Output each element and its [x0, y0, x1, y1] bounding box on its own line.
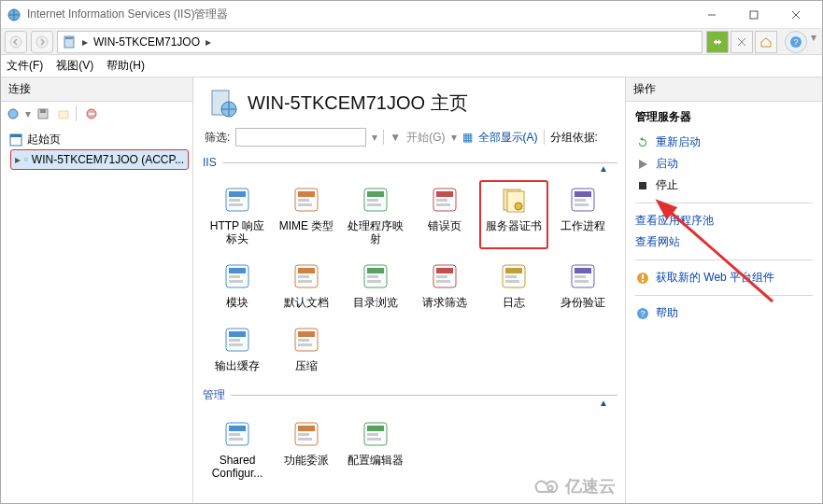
svg-rect-86 [298, 433, 309, 436]
feature-label: 日志 [481, 296, 546, 309]
close-button[interactable] [774, 2, 816, 28]
feature-label: 身份验证 [550, 296, 616, 309]
svg-rect-8 [65, 37, 73, 39]
show-all-button[interactable]: 全部显示(A) [478, 130, 538, 146]
server-icon [62, 35, 77, 49]
feature-item[interactable]: 工作进程 [548, 180, 617, 249]
svg-rect-66 [505, 275, 517, 278]
feature-item[interactable]: 服务器证书 [479, 180, 548, 249]
svg-rect-70 [575, 275, 586, 278]
feature-item[interactable]: 目录浏览 [341, 257, 410, 313]
svg-rect-89 [367, 426, 384, 431]
minimize-button[interactable] [690, 2, 732, 28]
filter-input[interactable] [235, 128, 366, 147]
collapse-icon[interactable]: ▲ [599, 398, 608, 408]
svg-rect-50 [229, 275, 240, 278]
page-title: WIN-5TKCEM71JOO 主页 [248, 91, 468, 116]
feature-icon [429, 260, 461, 292]
feature-item[interactable]: 模块 [203, 257, 272, 313]
action-start-label: 启动 [656, 156, 678, 172]
svg-rect-71 [575, 280, 589, 283]
nav-forward-button[interactable] [31, 31, 53, 53]
svg-rect-94 [639, 182, 646, 189]
feature-item[interactable]: 身份验证 [548, 257, 617, 313]
feature-label: 处理程序映射 [343, 219, 408, 245]
home-button[interactable] [755, 31, 777, 53]
feature-item[interactable]: Shared Configur... [203, 414, 272, 483]
menu-help[interactable]: 帮助(H) [106, 58, 145, 74]
refresh-button[interactable] [706, 31, 729, 53]
action-restart[interactable]: 重新启动 [635, 134, 813, 150]
action-get-webpi[interactable]: 获取新的 Web 平台组件 [635, 270, 813, 286]
svg-rect-34 [367, 191, 384, 197]
feature-label: 请求筛选 [412, 296, 477, 309]
maximize-button[interactable] [732, 2, 774, 28]
svg-rect-90 [367, 433, 378, 436]
action-start[interactable]: 启动 [635, 156, 813, 172]
actions-title: 操作 [626, 77, 822, 102]
action-get-webpi-label: 获取新的 Web 平台组件 [656, 270, 774, 286]
feature-icon [360, 260, 391, 292]
svg-point-43 [515, 203, 522, 210]
svg-point-6 [36, 36, 48, 48]
up-level-icon[interactable] [55, 105, 72, 122]
show-all-icon: ▦ [462, 131, 473, 144]
feature-label: 服务器证书 [481, 219, 546, 232]
features-view: WIN-5TKCEM71JOO 主页 筛选: ▾ ▼ 开始(G) ▾ ▦ 全部显… [193, 77, 626, 503]
tree-start-page[interactable]: 起始页 [5, 130, 189, 149]
feature-icon [498, 260, 530, 292]
feature-label: MIME 类型 [274, 219, 339, 232]
tree-server-label: WIN-5TKCEM71JOO (ACCP... [32, 153, 184, 166]
feature-item[interactable]: 请求筛选 [410, 257, 479, 313]
nav-back-button[interactable] [5, 31, 27, 53]
feature-item[interactable]: 错误页 [410, 180, 479, 249]
help-button[interactable]: ? [785, 31, 807, 53]
breadcrumb[interactable]: ▸ WIN-5TKCEM71JOO ▸ [57, 31, 702, 53]
svg-rect-67 [505, 280, 519, 283]
save-icon[interactable] [35, 105, 51, 122]
go-button[interactable]: 开始(G) [406, 130, 445, 146]
action-stop[interactable]: 停止 [635, 177, 813, 193]
svg-rect-65 [505, 268, 522, 273]
feature-icon [221, 418, 253, 450]
feature-label: 模块 [205, 296, 270, 309]
tree-server-node[interactable]: ▸ WIN-5TKCEM71JOO (ACCP... [10, 149, 189, 170]
svg-rect-49 [229, 268, 246, 273]
play-icon [635, 157, 650, 172]
connect-icon[interactable] [5, 105, 21, 122]
menu-view[interactable]: 视图(V) [56, 58, 93, 74]
feature-item[interactable]: 配置编辑器 [341, 414, 410, 483]
delete-icon[interactable] [83, 105, 100, 122]
menu-file[interactable]: 文件(F) [7, 58, 43, 74]
feature-icon [567, 260, 599, 292]
feature-item[interactable]: 日志 [479, 257, 548, 313]
feature-icon [567, 184, 599, 216]
feature-item[interactable]: 处理程序映射 [341, 180, 410, 249]
feature-label: 输出缓存 [205, 359, 270, 372]
expand-toggle-icon[interactable]: ▸ [15, 153, 21, 166]
feature-item[interactable]: HTTP 响应标头 [203, 180, 272, 249]
feature-item[interactable]: 输出缓存 [203, 320, 272, 376]
action-help[interactable]: ? 帮助 [635, 305, 813, 321]
actions-heading: 管理服务器 [635, 107, 813, 129]
breadcrumb-node: WIN-5TKCEM71JOO [93, 35, 200, 49]
svg-rect-32 [298, 203, 312, 206]
action-view-sites[interactable]: 查看网站 [635, 234, 813, 250]
feature-item[interactable]: MIME 类型 [272, 180, 341, 249]
feature-label: 配置编辑器 [343, 454, 408, 467]
svg-point-5 [10, 36, 21, 48]
feature-item[interactable]: 默认文档 [272, 257, 341, 313]
tree-start-label: 起始页 [27, 132, 61, 147]
section-mgmt-legend: 管理 [203, 387, 231, 403]
collapse-icon[interactable]: ▲ [599, 163, 608, 174]
feature-item[interactable]: 功能委派 [272, 414, 341, 483]
action-view-app-pools[interactable]: 查看应用程序池 [635, 213, 813, 229]
svg-rect-97 [642, 280, 644, 282]
feature-item[interactable]: 压缩 [272, 320, 341, 376]
nav-row: ▸ WIN-5TKCEM71JOO ▸ ? ▾ [1, 29, 822, 55]
stop-nav-button[interactable] [731, 31, 753, 53]
section-iis-legend: IIS [203, 156, 222, 169]
svg-rect-58 [367, 275, 378, 278]
feature-label: 功能委派 [274, 454, 339, 467]
restart-icon [635, 135, 650, 150]
